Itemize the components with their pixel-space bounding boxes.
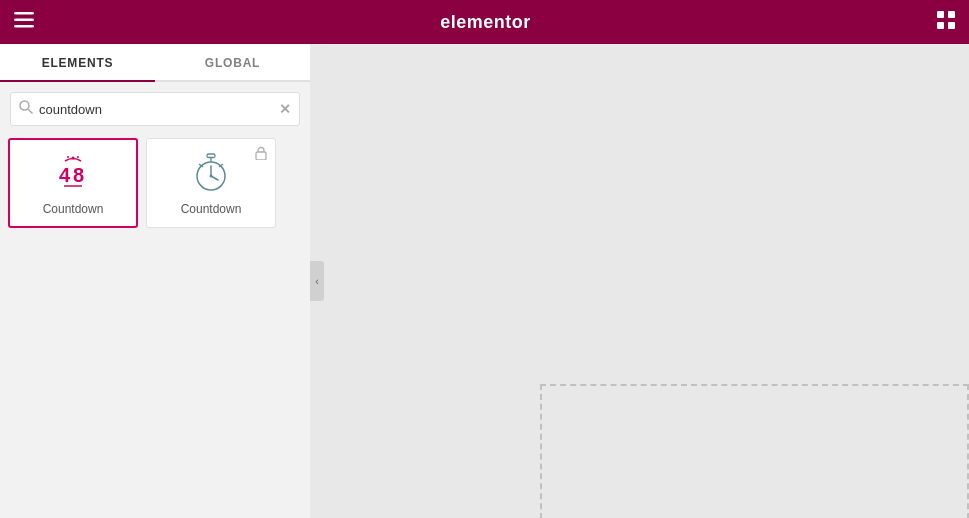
svg-point-23 [210,175,213,178]
svg-rect-15 [256,152,266,160]
svg-rect-0 [14,12,34,15]
svg-rect-6 [948,22,955,29]
widget-grid: 4 8 Countdown [0,134,310,232]
grid-icon[interactable] [937,11,955,33]
countdown-1-icon: 4 8 [50,150,96,196]
svg-rect-2 [14,25,34,28]
widget-card-countdown-2[interactable]: Countdown [146,138,276,228]
main-layout: ELEMENTS GLOBAL ✕ [0,44,969,518]
search-icon [19,100,33,118]
widget-label-countdown-1: Countdown [43,202,104,216]
svg-text:8: 8 [73,164,84,186]
clear-search-icon[interactable]: ✕ [279,101,291,117]
svg-text:4: 4 [59,164,71,186]
svg-point-7 [20,101,29,110]
search-input[interactable] [39,102,279,117]
tab-elements[interactable]: ELEMENTS [0,44,155,80]
sidebar-collapse-button[interactable]: ‹ [310,261,324,301]
svg-point-14 [77,156,79,158]
widget-card-countdown-1[interactable]: 4 8 Countdown [8,138,138,228]
svg-rect-5 [937,22,944,29]
top-bar: elementor [0,0,969,44]
sidebar: ELEMENTS GLOBAL ✕ [0,44,310,518]
svg-rect-1 [14,19,34,22]
search-bar: ✕ [10,92,300,126]
countdown-2-icon [188,150,234,196]
hamburger-icon[interactable] [14,12,34,32]
lock-icon [255,146,267,163]
tab-global[interactable]: GLOBAL [155,44,310,80]
tabs-bar: ELEMENTS GLOBAL [0,44,310,82]
widget-label-countdown-2: Countdown [181,202,242,216]
svg-rect-4 [948,11,955,18]
app-title: elementor [440,12,531,33]
svg-point-12 [72,157,75,160]
canvas-area[interactable] [310,44,969,518]
svg-point-13 [67,156,69,158]
drop-zone [540,384,969,518]
svg-rect-3 [937,11,944,18]
svg-line-8 [28,109,33,114]
svg-rect-16 [207,154,215,158]
